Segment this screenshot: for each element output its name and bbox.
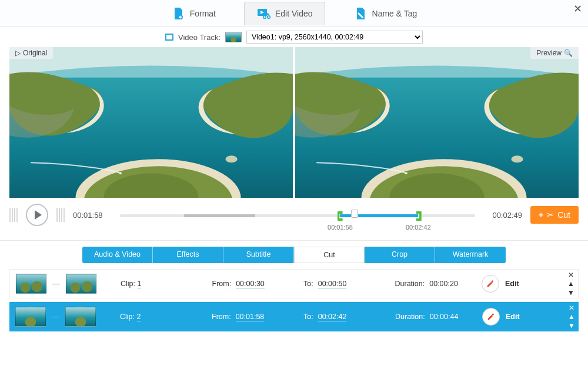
video-track-row: Video Track: Video1: vp9, 2560x1440, 00:… xyxy=(0,27,588,47)
subtab-subtitle[interactable]: Subtitle xyxy=(223,247,294,263)
time-position: 00:01:58 xyxy=(73,211,112,220)
clip-row[interactable]: — Clip: 1 From:00:00:30 To:00:00:50 Dura… xyxy=(9,269,579,298)
name-tag-icon xyxy=(353,7,368,20)
clip-duration: 00:00:20 xyxy=(429,280,458,288)
edit-label: Edit xyxy=(506,313,520,321)
tab-format[interactable]: Format xyxy=(159,2,228,25)
subtab-crop[interactable]: Crop xyxy=(365,247,435,263)
track-thumb xyxy=(225,32,242,42)
clip-from[interactable]: 00:01:58 xyxy=(236,313,265,321)
time-total: 00:02:49 xyxy=(483,211,522,220)
svg-rect-12 xyxy=(491,280,493,283)
clip-to[interactable]: 00:02:42 xyxy=(318,313,347,321)
tab-name-tag[interactable]: Name & Tag xyxy=(342,2,429,25)
tab-name-tag-label: Name & Tag xyxy=(372,9,417,18)
plus-icon: + xyxy=(539,210,543,220)
clip-thumb-start xyxy=(15,307,46,327)
svg-point-10 xyxy=(263,16,266,19)
play-tri-icon: ▷ xyxy=(15,49,21,57)
clip-to[interactable]: 00:00:50 xyxy=(318,280,347,288)
subtab-effects[interactable]: Effects xyxy=(153,247,223,263)
subtab-audio-video[interactable]: Audio & Video xyxy=(82,247,153,263)
move-up-icon[interactable]: ▲ xyxy=(567,280,574,288)
sel-start-time: 00:01:58 xyxy=(328,224,353,231)
svg-point-11 xyxy=(268,16,270,19)
playhead-handle[interactable] xyxy=(351,210,358,218)
clip-number[interactable]: 1 xyxy=(138,280,142,288)
seek-track[interactable]: 00:01:58 00:02:42 xyxy=(120,210,475,222)
clip-thumb-end xyxy=(65,307,96,327)
subtab-watermark[interactable]: Watermark xyxy=(435,247,506,263)
scissors-icon: ✂ xyxy=(547,210,554,220)
tab-format-label: Format xyxy=(190,9,216,18)
video-track-label: Video Track: xyxy=(178,33,220,42)
player-bar: 00:01:58 00:01:58 00:02:42 00:02:49 + ✂ … xyxy=(0,198,588,241)
subtab-cut[interactable]: Cut xyxy=(294,247,365,263)
grip-left[interactable] xyxy=(9,208,18,222)
move-up-icon[interactable]: ▲ xyxy=(568,313,575,321)
move-down-icon[interactable]: ▼ xyxy=(568,321,575,330)
video-track-select[interactable]: Video1: vp9, 2560x1440, 00:02:49 xyxy=(246,31,423,44)
dual-preview: ▷ Original Preview 🔍 xyxy=(0,47,588,198)
cut-button-label: Cut xyxy=(557,210,570,220)
range-dash: — xyxy=(52,280,60,288)
top-tab-bar: Format Edit Video Name & Tag ✕ xyxy=(0,0,588,27)
clip-number[interactable]: 2 xyxy=(137,313,141,321)
remove-clip-icon[interactable]: ✕ xyxy=(568,271,574,279)
original-label[interactable]: ▷ Original xyxy=(9,47,53,59)
close-icon[interactable]: ✕ xyxy=(573,2,582,15)
cut-button[interactable]: + ✂ Cut xyxy=(530,206,579,224)
clip-list: — Clip: 1 From:00:00:30 To:00:00:50 Dura… xyxy=(0,263,588,331)
clip-from[interactable]: 00:00:30 xyxy=(236,280,265,288)
range-dash: — xyxy=(52,313,59,321)
monitor-icon xyxy=(165,34,173,41)
tab-edit-video[interactable]: Edit Video xyxy=(244,2,325,25)
move-down-icon[interactable]: ▼ xyxy=(567,288,574,297)
svg-rect-13 xyxy=(492,313,494,316)
clip-duration: 00:00:44 xyxy=(430,313,459,321)
grip-right[interactable] xyxy=(56,208,65,222)
edit-clip-button[interactable] xyxy=(482,275,499,293)
play-button[interactable] xyxy=(26,204,48,226)
edit-video-icon xyxy=(256,7,270,20)
edit-sub-tabs: Audio & Video Effects Subtitle Cut Crop … xyxy=(0,241,588,263)
clip-thumb-start xyxy=(16,274,46,294)
edit-clip-button[interactable] xyxy=(482,308,500,326)
preview-label[interactable]: Preview 🔍 xyxy=(530,47,579,59)
clip-row[interactable]: — Clip: 2 From:00:01:58 To:00:02:42 Dura… xyxy=(9,302,579,331)
clip-thumb-end xyxy=(66,274,96,294)
remove-clip-icon[interactable]: ✕ xyxy=(569,304,574,312)
format-icon xyxy=(171,7,185,20)
preview-pane: Preview 🔍 xyxy=(295,47,579,198)
original-pane: ▷ Original xyxy=(9,47,293,198)
tab-edit-video-label: Edit Video xyxy=(275,9,313,18)
magnify-icon: 🔍 xyxy=(564,49,573,57)
sel-end-time: 00:02:42 xyxy=(406,224,431,231)
edit-label: Edit xyxy=(505,280,519,288)
